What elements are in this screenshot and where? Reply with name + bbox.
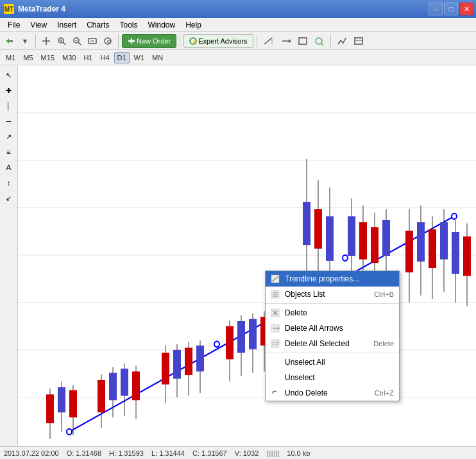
chart-shift[interactable] <box>260 34 277 48</box>
ctx-undo-label: Undo Delete <box>285 388 328 397</box>
toolbar-zoom-in[interactable] <box>55 34 69 48</box>
zoom-chart[interactable] <box>295 34 310 48</box>
draw-crosshair[interactable]: ✚ <box>2 83 16 97</box>
ctx-undo-delete[interactable]: Undo Delete Ctrl+Z <box>266 385 399 401</box>
ctx-objects-shortcut: Ctrl+B <box>374 290 394 298</box>
sep4 <box>257 35 257 47</box>
unselect-icon <box>269 372 281 383</box>
ctx-delete[interactable]: Delete <box>266 305 399 321</box>
svg-rect-88 <box>405 231 413 272</box>
sep2 <box>118 35 119 47</box>
menu-bar: File View Insert Charts Tools Window Hel… <box>0 18 476 32</box>
tf-w1[interactable]: W1 <box>131 52 148 63</box>
svg-rect-60 <box>185 347 192 375</box>
toolbar-scroll[interactable] <box>85 34 99 48</box>
status-bar: 2013.07.22 02:00 O: 1.31468 H: 1.31593 L… <box>0 446 476 459</box>
status-low: L: 1.31444 <box>151 449 185 457</box>
svg-rect-74 <box>303 202 310 245</box>
menu-file[interactable]: File <box>3 19 25 31</box>
svg-text:⚙: ⚙ <box>106 39 111 45</box>
ctx-delete-arrows-label: Delete All Arrows <box>285 324 343 333</box>
draw-horizontal[interactable]: ─ <box>2 114 16 128</box>
svg-rect-98 <box>463 237 471 276</box>
draw-equidistant[interactable]: ≡ <box>2 145 16 159</box>
tf-h1[interactable]: H1 <box>80 52 96 63</box>
svg-rect-84 <box>371 227 378 263</box>
menu-tools[interactable]: Tools <box>115 19 143 31</box>
svg-rect-54 <box>132 371 140 400</box>
svg-rect-56 <box>162 353 169 384</box>
ctx-delete-label: Delete <box>285 308 307 317</box>
tf-m30[interactable]: M30 <box>59 52 79 63</box>
svg-rect-46 <box>69 390 77 418</box>
menu-help[interactable]: Help <box>180 19 207 31</box>
draw-cursor[interactable]: ↖ <box>2 68 16 82</box>
svg-line-19 <box>264 38 272 44</box>
maximize-button[interactable]: □ <box>444 3 458 15</box>
ctx-delete-all-selected[interactable]: Delete All Selected Delete <box>266 336 399 351</box>
svg-rect-66 <box>237 321 245 353</box>
svg-rect-52 <box>121 369 128 396</box>
auto-scroll[interactable] <box>278 34 294 48</box>
title-bar: MT MetaTrader 4 – □ ✕ <box>0 0 476 18</box>
svg-rect-64 <box>226 326 234 360</box>
svg-point-39 <box>343 255 348 261</box>
svg-point-38 <box>214 341 219 347</box>
tf-m15[interactable]: M15 <box>38 52 58 63</box>
toolbar-back[interactable] <box>3 34 17 48</box>
toolbar-crosshair[interactable] <box>39 34 53 48</box>
menu-charts[interactable]: Charts <box>81 19 114 31</box>
tf-d1[interactable]: D1 <box>114 52 130 63</box>
ctx-objects-list[interactable]: Objects List Ctrl+B <box>266 287 399 302</box>
template[interactable] <box>351 34 366 48</box>
chart-svg <box>18 65 476 446</box>
new-order-button[interactable]: New Order <box>122 34 176 48</box>
svg-rect-92 <box>429 230 436 269</box>
ctx-unselect[interactable]: Unselect <box>266 370 399 385</box>
tf-m5[interactable]: M5 <box>20 52 36 63</box>
svg-point-40 <box>452 213 457 219</box>
sep3 <box>180 35 180 47</box>
status-volume: V: 1032 <box>235 449 259 457</box>
status-high: H: 1.31593 <box>109 449 144 457</box>
svg-rect-26 <box>355 38 362 44</box>
svg-rect-94 <box>440 222 448 259</box>
expert-advisors-button[interactable]: ⚡ Expert Advisors <box>183 34 253 48</box>
ctx-objects-label: Objects List <box>285 290 325 299</box>
menu-window[interactable]: Window <box>143 19 181 31</box>
chart-area[interactable]: Trendline properties... Objects List Ctr… <box>18 65 476 446</box>
draw-fib[interactable]: ↙ <box>2 191 16 205</box>
ctx-unselect-all[interactable]: Unselect All <box>266 355 399 370</box>
toolbar-zoom-out[interactable] <box>70 34 84 48</box>
ctx-trendline-properties[interactable]: Trendline properties... <box>266 271 399 287</box>
tf-h4[interactable]: H4 <box>97 52 112 63</box>
menu-view[interactable]: View <box>25 19 52 31</box>
svg-text:⚡: ⚡ <box>191 38 197 45</box>
tf-mn[interactable]: MN <box>149 52 166 63</box>
toolbar-properties[interactable]: ⚙ <box>101 34 115 48</box>
ctx-delete-selected-label: Delete All Selected <box>285 339 350 348</box>
zoom-window[interactable] <box>312 34 327 48</box>
ctx-undo-shortcut: Ctrl+Z <box>375 389 394 397</box>
draw-vertical[interactable]: │ <box>2 99 16 113</box>
title-bar-left: MT MetaTrader 4 <box>4 4 65 14</box>
close-button[interactable]: ✕ <box>459 3 473 15</box>
svg-rect-78 <box>326 216 334 260</box>
app-container: MT MetaTrader 4 – □ ✕ File View Insert C… <box>0 0 476 459</box>
status-open: O: 1.31468 <box>67 449 101 457</box>
indicators[interactable] <box>334 34 350 48</box>
delete-icon <box>269 307 281 319</box>
toolbar-arrow-down[interactable]: ▼ <box>18 34 32 48</box>
timeframe-toolbar: M1 M5 M15 M30 H1 H4 D1 W1 MN <box>0 50 476 65</box>
draw-trendline[interactable]: ↗ <box>2 129 16 144</box>
ctx-delete-all-arrows[interactable]: Delete All Arrows <box>266 321 399 336</box>
minimize-button[interactable]: – <box>429 3 443 15</box>
objects-list-icon <box>269 288 281 300</box>
sep1 <box>35 35 36 47</box>
draw-text[interactable]: A <box>2 160 16 174</box>
draw-arrow[interactable]: ↕ <box>2 176 16 190</box>
ctx-unselect-label: Unselect <box>285 373 315 382</box>
tf-m1[interactable]: M1 <box>3 52 19 63</box>
menu-insert[interactable]: Insert <box>52 19 81 31</box>
svg-rect-82 <box>359 222 367 259</box>
